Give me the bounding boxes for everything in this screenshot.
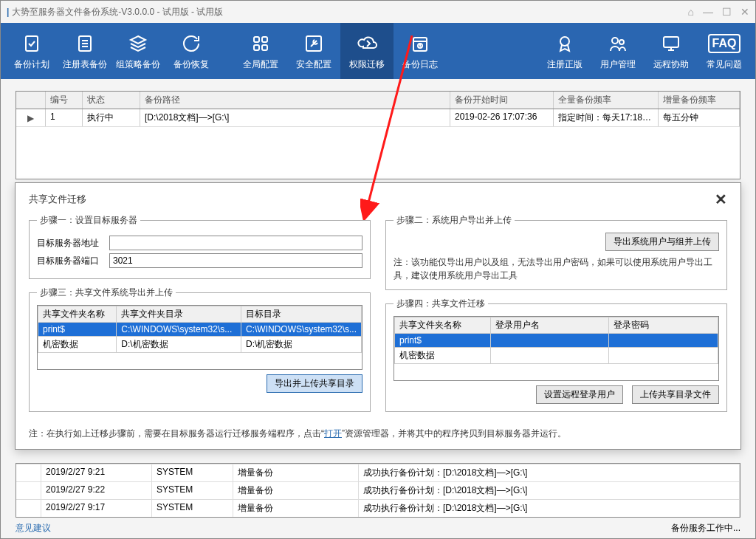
monitor-icon xyxy=(659,32,683,55)
toolbar-policy-backup[interactable]: 组策略备份 xyxy=(111,23,165,79)
svg-rect-0 xyxy=(26,36,38,51)
table-row[interactable]: print$ xyxy=(395,334,718,348)
grid-header-start: 备份开始时间 xyxy=(450,92,554,109)
toolbar-label: 全局配置 xyxy=(243,58,278,71)
toolbar-perm-migrate[interactable]: 权限迁移 xyxy=(340,23,394,79)
step1-legend: 步骤一：设置目标服务器 xyxy=(37,214,140,227)
grid-header-inc: 增量备份频率 xyxy=(659,92,740,109)
port-label: 目标服务器端口 xyxy=(37,255,105,267)
doc-lines-icon xyxy=(73,32,97,55)
grid-header-path: 备份路径 xyxy=(140,92,450,109)
minimize-icon[interactable]: — xyxy=(703,6,713,18)
toolbar-label: 注册表备份 xyxy=(63,58,107,71)
toolbar-security-config[interactable]: 安全配置 xyxy=(287,23,340,79)
toolbar-label: 注册正版 xyxy=(547,58,583,71)
set-remote-user-button[interactable]: 设置远程登录用户 xyxy=(536,385,623,404)
grid-header-full: 全量备份频率 xyxy=(554,92,659,109)
log-row[interactable]: 2019/2/27 9:21SYSTEM增量备份成功执行备份计划：[D:\201… xyxy=(16,464,740,481)
addr-input[interactable] xyxy=(109,236,362,250)
layers-icon xyxy=(126,32,150,55)
svg-point-15 xyxy=(619,40,624,44)
grid4-icon xyxy=(249,32,272,55)
step3-legend: 步骤三：共享文件系统导出并上传 xyxy=(37,286,176,299)
svg-rect-16 xyxy=(664,37,678,47)
toolbar-registry-backup[interactable]: 注册表备份 xyxy=(58,23,111,79)
step2-fieldset: 步骤二：系统用户导出并上传 导出系统用户与组并上传 注：该功能仅导出用户以及组，… xyxy=(385,214,727,290)
share-migration-dialog: 共享文件迁移 ✕ 步骤一：设置目标服务器 目标服务器地址 目标服务器端口 步骤三… xyxy=(15,182,741,450)
refresh-icon xyxy=(179,32,203,55)
toolbar: 备份计划注册表备份组策略备份备份恢复 全局配置安全配置权限迁移备份日志 注册正版… xyxy=(1,23,755,79)
addr-label: 目标服务器地址 xyxy=(37,237,105,250)
home-icon[interactable]: ⌂ xyxy=(688,6,694,18)
svg-point-14 xyxy=(612,38,618,44)
badge-icon xyxy=(553,32,577,55)
users-icon xyxy=(606,32,630,55)
log-grid: 2019/2/27 9:21SYSTEM增量备份成功执行备份计划：[D:\201… xyxy=(16,463,740,518)
svg-rect-8 xyxy=(262,45,267,50)
grid-row[interactable]: ▶ 1 执行中 [D:\2018文档]—>[G:\] 2019-02-26 17… xyxy=(16,109,740,127)
upload-share-button[interactable]: 上传共享目录文件 xyxy=(632,385,719,404)
toolbar-user-manage[interactable]: 用户管理 xyxy=(591,23,645,79)
step3-fieldset: 步骤三：共享文件系统导出并上传 共享文件夹名称共享文件夹目录目标目录print$… xyxy=(29,286,371,412)
svg-rect-5 xyxy=(254,37,259,42)
svg-rect-7 xyxy=(254,45,259,50)
toolbar-faq[interactable]: FAQ常见问题 xyxy=(698,23,751,79)
toolbar-remote-assist[interactable]: 远程协助 xyxy=(645,23,698,79)
status-text: 备份服务工作中... xyxy=(671,522,740,535)
window-title: 大势至服务器文件备份系统-V3.0.0.0 - 试用版 - 试用版 xyxy=(12,6,223,18)
table-row[interactable]: 机密数据D:\机密数据D:\机密数据 xyxy=(38,337,362,353)
export-share-button[interactable]: 导出并上传共享目录 xyxy=(267,374,362,393)
toolbar-backup-log[interactable]: 备份日志 xyxy=(394,23,447,79)
step2-note: 注：该功能仅导出用户以及组，无法导出用户密码，如果可以使用系统用户导出工具，建议… xyxy=(394,255,719,282)
footer: 意见建议 备份服务工作中... xyxy=(1,518,755,538)
toolbar-label: 安全配置 xyxy=(296,58,331,71)
maximize-icon[interactable]: ☐ xyxy=(722,6,732,18)
toolbar-label: 备份日志 xyxy=(402,58,438,71)
doc-check-icon xyxy=(20,32,44,55)
dialog-close-icon[interactable]: ✕ xyxy=(715,190,727,208)
table-row[interactable]: 机密数据 xyxy=(395,348,718,364)
wrench-icon xyxy=(302,32,326,55)
toolbar-label: 权限迁移 xyxy=(349,58,385,71)
toolbar-backup-restore[interactable]: 备份恢复 xyxy=(165,23,218,79)
log-row[interactable]: 2019/2/27 9:17SYSTEM增量备份成功执行备份计划：[D:\201… xyxy=(16,499,740,517)
grid-header-marker xyxy=(16,92,46,109)
toolbar-label: 常见问题 xyxy=(707,58,742,71)
step3-table[interactable]: 共享文件夹名称共享文件夹目录目标目录print$C:\WINDOWS\syste… xyxy=(38,306,362,353)
step4-fieldset: 步骤四：共享文件迁移 共享文件夹名称登录用户名登录密码print$机密数据 设置… xyxy=(385,298,727,412)
step4-legend: 步骤四：共享文件迁移 xyxy=(394,298,488,310)
toolbar-backup-plan[interactable]: 备份计划 xyxy=(5,23,58,79)
grid-header-status: 状态 xyxy=(83,92,140,109)
toolbar-register[interactable]: 注册正版 xyxy=(538,23,591,79)
table-row[interactable]: print$C:\WINDOWS\system32\s...C:\WINDOWS… xyxy=(38,323,362,337)
toolbar-global-config[interactable]: 全局配置 xyxy=(234,23,287,79)
step2-legend: 步骤二：系统用户导出并上传 xyxy=(394,214,515,227)
titlebar: | 大势至服务器文件备份系统-V3.0.0.0 - 试用版 - 试用版 ⌂ — … xyxy=(1,1,755,23)
toolbar-label: 远程协助 xyxy=(653,58,689,71)
step1-fieldset: 步骤一：设置目标服务器 目标服务器地址 目标服务器端口 xyxy=(29,214,371,279)
svg-point-13 xyxy=(560,37,569,46)
job-grid: 编号 状态 备份路径 备份开始时间 全量备份频率 增量备份频率 ▶ 1 执行中 … xyxy=(16,91,740,179)
row-marker: ▶ xyxy=(16,109,46,126)
svg-rect-6 xyxy=(262,37,267,42)
export-user-button[interactable]: 导出系统用户与组并上传 xyxy=(605,233,719,251)
toolbar-label: 用户管理 xyxy=(600,58,636,71)
open-explorer-link[interactable]: 打开 xyxy=(324,428,342,439)
close-icon[interactable]: ✕ xyxy=(740,6,749,18)
step4-table[interactable]: 共享文件夹名称登录用户名登录密码print$机密数据 xyxy=(394,317,718,364)
cloud-arrow-icon xyxy=(355,32,379,55)
calendar-icon xyxy=(408,32,432,55)
port-input[interactable] xyxy=(109,253,362,268)
log-row[interactable]: 2019/2/27 9:22SYSTEM增量备份成功执行备份计划：[D:\201… xyxy=(16,481,740,499)
toolbar-label: 组策略备份 xyxy=(116,58,160,71)
dialog-title: 共享文件迁移 xyxy=(29,193,86,206)
toolbar-label: 备份恢复 xyxy=(173,58,209,71)
toolbar-label: 备份计划 xyxy=(14,58,49,71)
faq-icon: FAQ xyxy=(712,32,736,55)
dialog-bottom-note: 注：在执行如上迁移步骤前，需要在目标服务器运行迁移服务端程序，点击“打开”资源管… xyxy=(29,427,727,441)
grid-header-no: 编号 xyxy=(46,92,83,109)
feedback-link[interactable]: 意见建议 xyxy=(16,522,51,535)
